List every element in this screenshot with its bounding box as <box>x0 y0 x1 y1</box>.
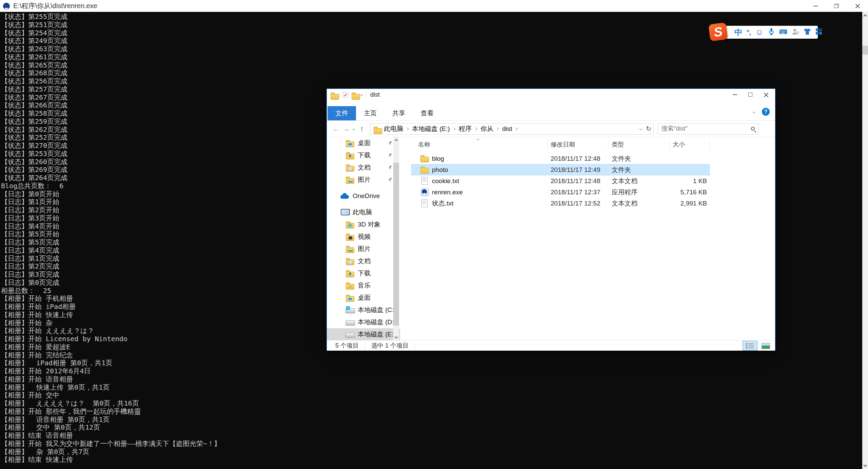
scroll-down-icon[interactable] <box>393 334 399 340</box>
sidebar-scrollbar-thumb[interactable] <box>393 163 399 326</box>
scroll-up-icon[interactable] <box>393 137 399 143</box>
sidebar-item[interactable]: OneDrive <box>327 190 400 202</box>
menu-tab[interactable]: 查看 <box>413 106 441 120</box>
menu-tab[interactable]: 共享 <box>384 106 413 120</box>
scroll-up-icon[interactable] <box>862 13 868 18</box>
explorer-window: ✓ dist 文件主页共享查看 ? ← → ↑ <box>327 89 775 350</box>
breadcrumb-chevron-icon[interactable] <box>474 127 477 130</box>
account-icon[interactable] <box>792 28 799 36</box>
console-scrollbar-thumb[interactable] <box>862 46 868 55</box>
chinese-mode-icon[interactable]: 中 <box>734 27 742 38</box>
keyboard-icon[interactable] <box>779 28 787 36</box>
breadcrumb-chevron-icon[interactable] <box>453 127 455 130</box>
column-header[interactable]: 修改日期 <box>548 140 608 149</box>
divider <box>340 92 340 98</box>
sidebar-item[interactable]: 下载 <box>327 149 400 161</box>
close-icon <box>855 3 860 8</box>
sidebar-scrollbar[interactable] <box>393 137 399 340</box>
sidebar-item[interactable]: 下载 <box>327 267 400 279</box>
column-header[interactable]: 名称 <box>411 140 548 149</box>
address-dropdown-chevron-icon[interactable] <box>639 127 642 130</box>
explorer-minimize-button[interactable] <box>727 89 743 100</box>
up-icon[interactable]: ↑ <box>356 124 368 133</box>
sidebar-item[interactable]: 本地磁盘 (C:) <box>327 304 400 316</box>
file-size: 1 KB <box>670 177 710 185</box>
voice-icon[interactable] <box>768 28 775 37</box>
expand-ribbon-chevron-icon[interactable] <box>753 110 755 113</box>
thumbnails-view-icon <box>762 343 770 349</box>
sidebar-item-icon <box>346 318 354 326</box>
search-box[interactable] <box>658 123 759 135</box>
column-header[interactable]: 大小 <box>670 140 710 149</box>
file-list-pane: 名称修改日期类型大小 blog 2018/11/17 12:48 文件夹 <box>406 137 775 340</box>
file-row[interactable]: 状态.txt 2018/11/17 12:52 文本文档 2,991 KB <box>411 198 710 209</box>
toolbox-icon[interactable] <box>815 28 822 36</box>
new-folder-icon[interactable] <box>351 92 358 97</box>
skin-icon[interactable] <box>804 28 811 36</box>
sidebar-item[interactable]: 此电脑 <box>327 206 400 218</box>
file-date: 2018/11/17 12:37 <box>548 189 608 196</box>
recent-pages-chevron-icon[interactable] <box>352 127 355 130</box>
explorer-maximize-button[interactable] <box>743 89 758 100</box>
file-name: cookie.txt <box>432 177 459 185</box>
explorer-statusbar: 5 个项目 选中 1 个项目 <box>327 340 775 351</box>
menu-tab[interactable]: 文件 <box>328 106 356 120</box>
breadcrumb-segment[interactable]: 程序 <box>457 124 479 133</box>
console-line: 【相册】 交中 第0页，共12页 <box>1 424 862 432</box>
divider <box>366 92 366 98</box>
breadcrumb-chevron-icon[interactable] <box>406 127 409 130</box>
scroll-down-icon[interactable] <box>862 463 868 468</box>
file-row[interactable]: blog 2018/11/17 12:48 文件夹 <box>411 153 710 164</box>
explorer-menubar: 文件主页共享查看 ? <box>327 100 775 121</box>
sidebar-item[interactable]: 图片 <box>327 174 400 186</box>
sidebar-item-icon <box>346 139 354 147</box>
properties-check-icon[interactable]: ✓ <box>343 92 348 98</box>
sidebar-item[interactable]: 图片 <box>327 243 400 255</box>
punctuation-icon[interactable]: °, <box>747 28 751 36</box>
sidebar-item[interactable]: 文档 <box>327 255 400 267</box>
explorer-titlebar[interactable]: ✓ dist <box>327 89 775 100</box>
emoji-icon[interactable]: ☺ <box>755 28 764 36</box>
breadcrumb-segment[interactable]: 你从 <box>479 124 501 133</box>
help-icon[interactable]: ? <box>762 108 770 116</box>
sidebar-item[interactable]: 音乐 <box>327 279 400 292</box>
console-minimize-button[interactable] <box>805 0 826 12</box>
qat-customize-chevron-icon[interactable] <box>360 93 363 96</box>
thumbnails-view-button[interactable] <box>758 341 773 351</box>
file-name: blog <box>432 155 444 162</box>
search-input[interactable] <box>662 125 751 132</box>
search-icon[interactable] <box>751 127 755 131</box>
breadcrumb-segment[interactable]: 此电脑 <box>382 124 411 133</box>
sidebar-item[interactable]: 视频 <box>327 231 400 243</box>
sidebar-item[interactable]: 本地磁盘 (E:) <box>327 328 400 340</box>
menu-tab[interactable]: 主页 <box>356 106 384 120</box>
address-box[interactable]: 此电脑 本地磁盘 (E:) 程序 你从 <box>370 123 654 135</box>
console-close-button[interactable] <box>847 0 868 12</box>
breadcrumb-chevron-icon[interactable] <box>515 127 517 130</box>
sidebar-item-icon <box>346 282 354 290</box>
sidebar-item[interactable]: 桌面 <box>327 292 400 304</box>
console-scrollbar[interactable] <box>862 12 868 469</box>
sidebar-item[interactable]: 本地磁盘 (D:) <box>327 316 400 328</box>
forward-icon[interactable]: → <box>341 124 351 133</box>
sogou-toolbar[interactable]: S 中 °, ☺ <box>712 26 818 39</box>
sidebar-item[interactable]: 文档 <box>327 161 400 174</box>
explorer-close-button[interactable] <box>758 89 774 100</box>
file-row[interactable]: cookie.txt 2018/11/17 12:48 文本文档 1 KB <box>411 175 710 187</box>
refresh-icon[interactable]: ↻ <box>646 125 651 133</box>
file-date: 2018/11/17 12:48 <box>548 155 608 162</box>
details-view-button[interactable] <box>743 341 757 351</box>
breadcrumb-segment[interactable]: 本地磁盘 (E:) <box>411 124 457 133</box>
back-icon[interactable]: ← <box>331 124 341 133</box>
sidebar-item[interactable]: 桌面 <box>327 137 400 149</box>
sidebar-item[interactable]: 3D 对象 <box>327 218 400 231</box>
breadcrumb-chevron-icon[interactable] <box>496 127 499 130</box>
column-header[interactable]: 类型 <box>608 140 670 149</box>
file-row[interactable]: renren.exe 2018/11/17 12:37 应用程序 5,716 K… <box>411 187 710 198</box>
console-restore-button[interactable] <box>826 0 847 12</box>
sidebar-item-icon <box>340 192 349 200</box>
console-titlebar[interactable]: E:\程序\你从\dist\renren.exe <box>0 0 868 12</box>
breadcrumb-segment[interactable]: dist <box>501 125 520 133</box>
file-row[interactable]: photo 2018/11/17 12:49 文件夹 <box>411 164 710 175</box>
sogou-logo-icon[interactable]: S <box>708 22 728 41</box>
